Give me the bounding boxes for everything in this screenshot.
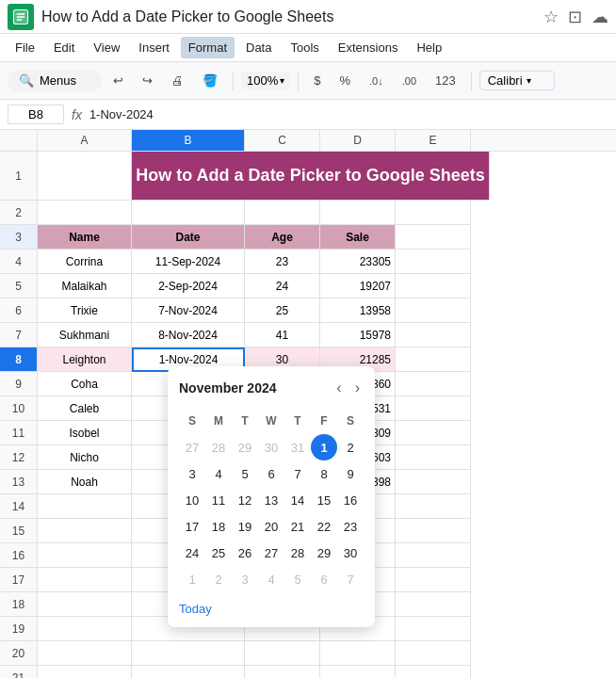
calendar-day[interactable]: 24 bbox=[179, 540, 205, 566]
percent-button[interactable]: % bbox=[332, 70, 358, 91]
col-header-d[interactable]: D bbox=[320, 130, 396, 151]
calendar-next-button[interactable]: › bbox=[351, 378, 364, 398]
calendar-day[interactable]: 19 bbox=[232, 513, 258, 540]
redo-button[interactable]: ↪ bbox=[135, 70, 160, 91]
calendar-today-button[interactable]: Today bbox=[179, 602, 364, 616]
cell-a10[interactable]: Caleb bbox=[38, 396, 132, 421]
calendar-day[interactable]: 13 bbox=[258, 487, 284, 513]
cell-e13[interactable] bbox=[396, 470, 471, 494]
calendar-day[interactable]: 8 bbox=[311, 460, 337, 487]
menu-data[interactable]: Data bbox=[238, 37, 279, 58]
row-num-15[interactable]: 15 bbox=[0, 519, 38, 543]
cell-e8[interactable] bbox=[396, 347, 471, 372]
row-num-14[interactable]: 14 bbox=[0, 494, 38, 519]
cell-c7[interactable]: 41 bbox=[245, 323, 320, 347]
calendar-day[interactable]: 31 bbox=[284, 434, 311, 460]
row-num-20[interactable]: 20 bbox=[0, 641, 38, 666]
cell-e4[interactable] bbox=[396, 250, 471, 274]
row-num-9[interactable]: 9 bbox=[0, 372, 38, 396]
calendar-day[interactable]: 30 bbox=[337, 540, 364, 566]
cell-e11[interactable] bbox=[396, 421, 471, 445]
cell-d2[interactable] bbox=[320, 201, 396, 225]
cell-c6[interactable]: 25 bbox=[245, 299, 320, 323]
cell-a13[interactable]: Noah bbox=[38, 470, 132, 494]
cell-e6[interactable] bbox=[396, 299, 471, 323]
row-num-7[interactable]: 7 bbox=[0, 323, 38, 347]
cell-b4[interactable]: 11-Sep-2024 bbox=[132, 250, 245, 274]
cell-a16[interactable] bbox=[38, 543, 132, 568]
calendar-day[interactable]: 20 bbox=[258, 513, 284, 540]
row-num-10[interactable]: 10 bbox=[0, 396, 38, 421]
cell-a14[interactable] bbox=[38, 494, 132, 519]
cell-e9[interactable] bbox=[396, 372, 471, 396]
calendar-day[interactable]: 6 bbox=[258, 460, 284, 487]
cell-c3[interactable]: Age bbox=[245, 225, 320, 250]
calendar-prev-button[interactable]: ‹ bbox=[332, 378, 345, 398]
cell-d7[interactable]: 15978 bbox=[320, 323, 396, 347]
calendar-day[interactable]: 11 bbox=[205, 487, 232, 513]
cell-b7[interactable]: 8-Nov-2024 bbox=[132, 323, 245, 347]
calendar-day[interactable]: 17 bbox=[179, 513, 205, 540]
calendar-day[interactable]: 1 bbox=[179, 566, 205, 592]
cell-b3[interactable]: Date bbox=[132, 225, 245, 250]
row-num-16[interactable]: 16 bbox=[0, 543, 38, 568]
cell-d6[interactable]: 13958 bbox=[320, 299, 396, 323]
cell-d3[interactable]: Sale bbox=[320, 225, 396, 250]
paint-format-button[interactable]: 🪣 bbox=[195, 70, 225, 91]
calendar-day[interactable]: 14 bbox=[284, 487, 311, 513]
cell-a1[interactable] bbox=[38, 152, 132, 201]
calendar-day[interactable]: 4 bbox=[205, 460, 232, 487]
cell-a11[interactable]: Isobel bbox=[38, 421, 132, 445]
menu-edit[interactable]: Edit bbox=[46, 37, 82, 58]
menu-insert[interactable]: Insert bbox=[131, 37, 177, 58]
cell-d4[interactable]: 23305 bbox=[320, 250, 396, 274]
calendar-day[interactable]: 4 bbox=[258, 566, 284, 592]
undo-button[interactable]: ↩ bbox=[105, 70, 131, 91]
print-button[interactable]: 🖨 bbox=[164, 70, 191, 91]
calendar-day[interactable]: 26 bbox=[232, 540, 258, 566]
calendar-day[interactable]: 15 bbox=[311, 487, 337, 513]
menu-help[interactable]: Help bbox=[409, 37, 449, 58]
calendar-day[interactable]: 2 bbox=[337, 434, 364, 460]
col-header-e[interactable]: E bbox=[396, 130, 471, 151]
calendar-day[interactable]: 28 bbox=[284, 540, 311, 566]
cell-a4[interactable]: Corrina bbox=[38, 250, 132, 274]
calendar-day[interactable]: 22 bbox=[311, 513, 337, 540]
row-num-5[interactable]: 5 bbox=[0, 274, 38, 299]
calendar-day[interactable]: 1 bbox=[311, 434, 337, 460]
cell-a17[interactable] bbox=[38, 568, 132, 592]
number-format-button[interactable]: 123 bbox=[428, 70, 463, 91]
row-num-2[interactable]: 2 bbox=[0, 201, 38, 225]
cell-reference[interactable]: B8 bbox=[8, 105, 64, 124]
menu-file[interactable]: File bbox=[8, 37, 42, 58]
calendar-day[interactable]: 5 bbox=[284, 566, 311, 592]
cell-b5[interactable]: 2-Sep-2024 bbox=[132, 274, 245, 299]
cell-a21[interactable] bbox=[38, 666, 132, 678]
col-header-a[interactable]: A bbox=[38, 130, 132, 151]
cell-d5[interactable]: 19207 bbox=[320, 274, 396, 299]
calendar-day[interactable]: 25 bbox=[205, 540, 232, 566]
calendar-day[interactable]: 29 bbox=[311, 540, 337, 566]
calendar-day[interactable]: 16 bbox=[337, 487, 364, 513]
cell-a3[interactable]: Name bbox=[38, 225, 132, 250]
row-num-18[interactable]: 18 bbox=[0, 592, 38, 617]
cell-c4[interactable]: 23 bbox=[245, 250, 320, 274]
menu-view[interactable]: View bbox=[86, 37, 127, 58]
calendar-day[interactable]: 27 bbox=[179, 434, 205, 460]
cell-a15[interactable] bbox=[38, 519, 132, 543]
currency-button[interactable]: $ bbox=[306, 70, 328, 91]
cell-a5[interactable]: Malaikah bbox=[38, 274, 132, 299]
cell-a20[interactable] bbox=[38, 641, 132, 666]
row-num-8[interactable]: 8 bbox=[0, 347, 38, 372]
row-num-13[interactable]: 13 bbox=[0, 470, 38, 494]
calendar-day[interactable]: 30 bbox=[258, 434, 284, 460]
row-num-19[interactable]: 19 bbox=[0, 617, 38, 641]
decimal-decrease-button[interactable]: .0↓ bbox=[362, 72, 391, 90]
cell-b2[interactable] bbox=[132, 201, 245, 225]
menu-tools[interactable]: Tools bbox=[283, 37, 326, 58]
row-num-6[interactable]: 6 bbox=[0, 299, 38, 323]
search-box[interactable]: 🔍 Menus bbox=[8, 70, 102, 91]
calendar-day[interactable]: 7 bbox=[337, 566, 364, 592]
calendar-day[interactable]: 2 bbox=[205, 566, 232, 592]
col-header-b[interactable]: B bbox=[132, 130, 245, 151]
